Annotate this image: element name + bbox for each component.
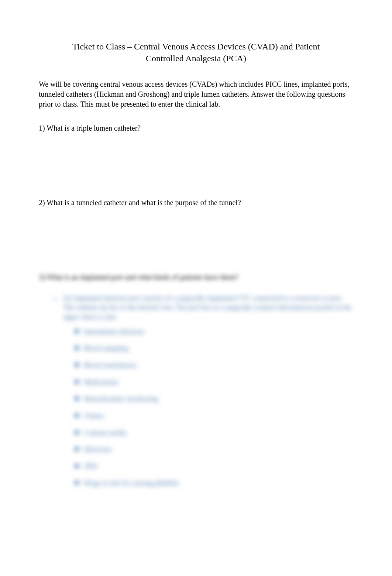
list-item-label: Chemo [84, 411, 104, 421]
square-bullet-icon [75, 397, 79, 400]
answer-3-main-text: An implanted infusion port consists of a… [63, 293, 353, 322]
list-item: Blood transfusions [75, 361, 353, 370]
list-item: Chemo [75, 411, 353, 421]
list-item-label: Intermittent infusions [84, 327, 144, 337]
list-item: Medications [75, 377, 353, 387]
hollow-bullet-icon [53, 295, 58, 300]
answer-3-sublist: Intermittent infusions Blood sampling Bl… [75, 327, 353, 488]
square-bullet-icon [75, 431, 79, 434]
square-bullet-icon [75, 363, 79, 367]
intro-paragraph: We will be covering central venous acces… [39, 79, 353, 109]
list-item: TPN [75, 462, 353, 471]
square-bullet-icon [75, 346, 79, 350]
list-item: Hemodynamic monitoring [75, 394, 353, 404]
blur-gradient-overlay [39, 226, 260, 244]
list-item: Blood sampling [75, 344, 353, 353]
list-item: Contrast media [75, 428, 353, 438]
square-bullet-icon [75, 464, 79, 468]
list-item-label: Medications [84, 377, 118, 387]
square-bullet-icon [75, 414, 79, 417]
list-item-label: Blood sampling [84, 344, 128, 353]
square-bullet-icon [75, 330, 79, 333]
list-item-label: Hemodynamic monitoring [84, 394, 158, 404]
question-1: 1) What is a triple lumen catheter? [39, 123, 353, 133]
answer-3-main: An implanted infusion port consists of a… [53, 293, 353, 322]
list-item-label: Drugs at risk for causing phlebitis [84, 478, 179, 488]
list-item: Infections [75, 445, 353, 454]
list-item-label: Infections [84, 445, 112, 454]
page-title: Ticket to Class – Central Venous Access … [39, 41, 353, 65]
blurred-answer-region: An implanted infusion port consists of a… [53, 293, 353, 488]
question-2: 2) What is a tunneled catheter and what … [39, 198, 353, 208]
square-bullet-icon [75, 380, 79, 384]
list-item: Intermittent infusions [75, 327, 353, 337]
list-item: Drugs at risk for causing phlebitis [75, 478, 353, 488]
square-bullet-icon [75, 447, 79, 451]
list-item-label: Blood transfusions [84, 361, 137, 370]
question-3: 3) What is an implanted port and what ki… [39, 272, 353, 282]
list-item-label: TPN [84, 462, 97, 471]
list-item-label: Contrast media [84, 428, 127, 438]
square-bullet-icon [75, 481, 79, 484]
